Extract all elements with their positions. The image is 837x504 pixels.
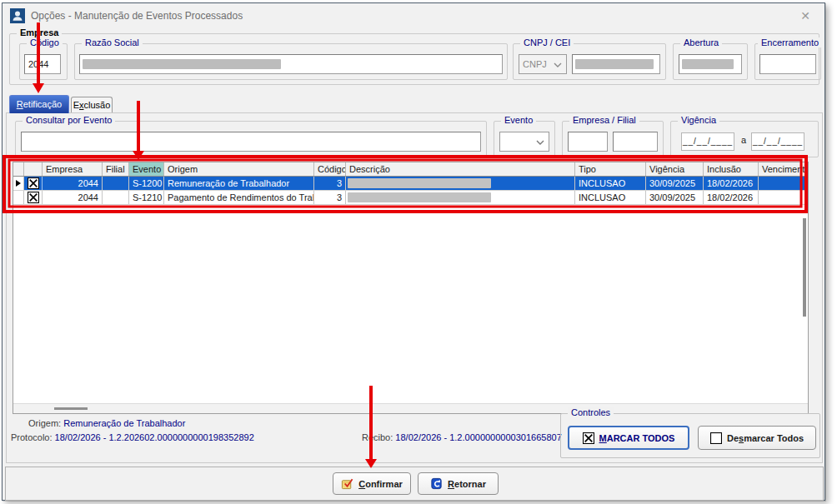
grid-header-filial[interactable]: Filial: [103, 162, 129, 176]
cnpj-input[interactable]: [572, 54, 660, 74]
checked-checkbox-icon: [28, 177, 39, 189]
cnpj-cei-group: CNPJ / CEI CNPJ: [513, 43, 666, 80]
controles-label: Controles: [568, 407, 614, 417]
horizontal-scrollbar-thumb[interactable]: [54, 407, 88, 410]
window-title: Opções - Manutenção de Eventos Processad…: [31, 3, 243, 28]
cell-codigo: 3: [314, 191, 346, 204]
recibo-label: Recibo:: [362, 432, 393, 442]
empresa-filter-input[interactable]: [568, 132, 608, 152]
abertura-input[interactable]: [679, 54, 742, 74]
protocolo-info: Protocolo: 18/02/2026 - 1.2.202602.00000…: [11, 432, 254, 442]
bottom-button-bar: Confirmar Retornar: [5, 467, 824, 501]
cell-descricao: [346, 191, 575, 204]
tab-exclusao[interactable]: Exclusão: [71, 97, 113, 113]
cell-vigencia: 30/09/2025: [646, 177, 704, 190]
cell-vigencia: 30/09/2025: [646, 191, 704, 204]
grid-header-empresa[interactable]: Empresa: [43, 162, 103, 176]
chevron-down-icon: [536, 140, 544, 145]
empresa-filial-group: Empresa / Filial: [562, 121, 664, 157]
cell-codigo: 3: [314, 177, 346, 190]
cell-empresa: 2044: [43, 177, 103, 190]
grid-vertical-scrollbar-thumb[interactable]: [803, 218, 806, 317]
codigo-group: Código 2044: [19, 43, 68, 80]
recibo-value: 18/02/2026 - 1.2.0000000000301665807: [395, 432, 561, 442]
redacted-razao-social-bar: [83, 59, 281, 69]
dialog-window: Opções - Manutenção de Eventos Processad…: [2, 2, 825, 501]
abertura-label: Abertura: [680, 37, 722, 47]
cell-inclusao: 18/02/2026: [704, 191, 759, 204]
checked-checkbox-icon: [28, 192, 39, 203]
cell-inclusao: 18/02/2026: [704, 177, 759, 190]
cell-evento: S-1210: [129, 191, 164, 204]
row-indicator-arrow: [13, 177, 24, 190]
abertura-group: Abertura: [673, 43, 748, 80]
redacted-abertura-bar: [682, 59, 734, 69]
grid-header-row: Empresa Filial Evento Origem Código Desc…: [13, 162, 808, 177]
redacted-descricao-bar: [348, 178, 491, 188]
consultar-group: Consultar por Evento: [15, 121, 487, 157]
filial-filter-input[interactable]: [613, 132, 658, 152]
cell-origem: Pagamento de Rendimentos do Traba: [164, 191, 314, 204]
grid-header-evento[interactable]: Evento: [129, 162, 164, 176]
close-icon[interactable]: ✕: [798, 9, 813, 24]
cnpj-cei-label: CNPJ / CEI: [520, 37, 574, 47]
evento-select[interactable]: [499, 132, 549, 152]
cell-tipo: INCLUSAO: [575, 191, 646, 204]
events-grid: Empresa Filial Evento Origem Código Desc…: [13, 162, 809, 414]
origem-info-label: Origem:: [28, 418, 61, 428]
cell-empresa: 2044: [43, 191, 103, 204]
grid-header-origem[interactable]: Origem: [164, 162, 314, 176]
cell-tipo: INCLUSAO: [575, 177, 646, 190]
grid-header-tipo[interactable]: Tipo: [575, 162, 646, 176]
cnpj-type-select[interactable]: CNPJ: [519, 54, 567, 74]
cell-vencimento: [759, 177, 808, 190]
retornar-button[interactable]: Retornar: [418, 472, 499, 495]
evento-filter-label: Evento: [501, 115, 536, 125]
row-checkbox[interactable]: [24, 177, 43, 190]
marcar-todos-button[interactable]: MARCAR TODOS: [568, 426, 689, 450]
cnpj-type-value: CNPJ: [523, 59, 547, 69]
tab-page-retificacao: Consultar por Evento Evento Empresa / Fi…: [6, 112, 823, 463]
redacted-descricao-bar: [348, 192, 491, 202]
table-row[interactable]: 2044 S-1200 Remuneração de Trabalhador 3…: [13, 177, 808, 191]
razao-social-input[interactable]: [79, 54, 503, 74]
tab-retificacao[interactable]: Retificação: [9, 95, 69, 113]
return-undo-icon: [430, 477, 443, 490]
checked-checkbox-icon: [583, 432, 594, 444]
razao-social-group: Razão Social: [74, 43, 508, 80]
cell-evento: S-1200: [129, 177, 164, 190]
codigo-label: Código: [27, 37, 63, 47]
row-indicator: [13, 191, 24, 204]
grid-header-codigo[interactable]: Código: [314, 162, 346, 176]
desmarcar-todos-button[interactable]: Desmarcar Todos: [698, 426, 816, 450]
codigo-input[interactable]: 2044: [24, 54, 61, 74]
vigencia-sep-label: a: [741, 135, 746, 145]
vigencia-group: Vigência __/__/____ a __/__/____: [670, 121, 819, 157]
controles-group: Controles MARCAR TODOS Desmarcar Todos: [560, 413, 820, 458]
origem-info: Origem: Remuneração de Trabalhador: [28, 418, 185, 428]
consultar-label: Consultar por Evento: [23, 115, 115, 125]
table-row[interactable]: 2044 S-1210 Pagamento de Rendimentos do …: [13, 191, 808, 205]
encerramento-group: Encerramento: [754, 43, 821, 80]
empresa-filial-label: Empresa / Filial: [569, 115, 639, 125]
empresa-group-label: Empresa: [17, 27, 62, 37]
grid-header-vigencia[interactable]: Vigência: [646, 162, 704, 176]
confirmar-button[interactable]: Confirmar: [333, 472, 411, 495]
grid-header-descricao[interactable]: Descrição: [346, 162, 575, 176]
vigencia-from-input[interactable]: __/__/____: [681, 132, 734, 151]
grid-header-vencimento[interactable]: Vencimento: [759, 162, 808, 176]
grid-header-checkbox[interactable]: [24, 162, 43, 176]
grid-header-inclusao[interactable]: Inclusão: [704, 162, 759, 176]
consultar-input[interactable]: [21, 132, 481, 152]
cell-origem: Remuneração de Trabalhador: [164, 177, 314, 190]
app-user-icon: [10, 8, 25, 23]
vigencia-label: Vigência: [678, 115, 719, 125]
cell-vencimento: [759, 191, 808, 204]
encerramento-input[interactable]: [759, 54, 816, 74]
protocolo-value: 18/02/2026 - 1.2.202602.0000000000198352…: [55, 432, 254, 442]
grid-horizontal-scrollbar[interactable]: [13, 403, 808, 413]
encerramento-label: Encerramento: [758, 37, 822, 47]
row-checkbox[interactable]: [24, 191, 43, 204]
vigencia-to-input[interactable]: __/__/____: [751, 132, 804, 151]
redacted-cnpj-bar: [575, 59, 654, 69]
